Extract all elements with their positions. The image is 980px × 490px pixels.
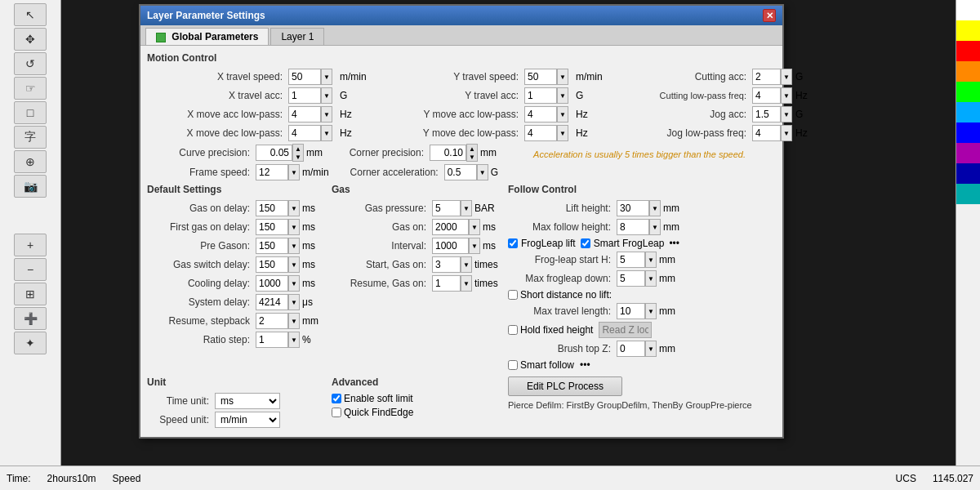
lift-height-input[interactable] xyxy=(617,200,649,216)
cutting-acc-dropdown[interactable]: ▼ xyxy=(752,69,793,85)
color-orange[interactable] xyxy=(956,61,980,82)
cutting-acc-arrow[interactable]: ▼ xyxy=(781,69,792,85)
gas-on-delay-input[interactable] xyxy=(256,200,288,216)
gas-on-delay-arrow[interactable]: ▼ xyxy=(288,200,300,216)
resume-stepback-input[interactable] xyxy=(256,313,288,329)
pre-gason-arrow[interactable]: ▼ xyxy=(288,238,300,254)
smart-frogleap-wrap[interactable]: Smart FrogLeap xyxy=(581,238,665,249)
quick-findedge-checkbox[interactable] xyxy=(332,408,341,417)
cutting-low-pass-arrow[interactable]: ▼ xyxy=(781,87,792,104)
toolbar-btn-fit[interactable]: ⊞ xyxy=(14,283,47,305)
toolbar-btn-rect[interactable]: □ xyxy=(14,101,47,124)
y-travel-acc-arrow[interactable]: ▼ xyxy=(557,87,568,104)
y-travel-speed-input[interactable] xyxy=(524,69,557,85)
toolbar-btn-pointer[interactable]: ✦ xyxy=(14,332,47,354)
x-travel-acc-dropdown[interactable]: ▼ xyxy=(288,87,337,104)
cooling-delay-arrow[interactable]: ▼ xyxy=(288,275,300,292)
max-frogleap-down-input[interactable] xyxy=(617,270,645,287)
frog-leap-start-h-input[interactable] xyxy=(617,252,645,268)
start-gas-on-dropdown[interactable]: ▼ xyxy=(432,256,472,273)
ratio-step-arrow[interactable]: ▼ xyxy=(288,332,300,348)
gas-pressure-input[interactable] xyxy=(432,200,461,216)
resume-stepback-dropdown[interactable]: ▼ xyxy=(256,313,300,329)
x-move-dec-low-pass-arrow[interactable]: ▼ xyxy=(321,125,332,141)
color-green[interactable] xyxy=(956,82,980,102)
frogleap-lift-checkbox[interactable] xyxy=(508,238,518,248)
curve-precision-down[interactable]: ▼ xyxy=(293,153,303,161)
gas-on-delay-dropdown[interactable]: ▼ xyxy=(256,200,300,216)
max-follow-height-input[interactable] xyxy=(617,219,649,235)
y-travel-speed-dropdown[interactable]: ▼ xyxy=(524,69,573,85)
y-move-acc-low-pass-dropdown[interactable]: ▼ xyxy=(524,106,573,122)
x-move-dec-low-pass-dropdown[interactable]: ▼ xyxy=(288,125,337,141)
y-move-dec-low-pass-arrow[interactable]: ▼ xyxy=(557,125,568,141)
max-follow-height-arrow[interactable]: ▼ xyxy=(649,219,661,235)
frame-speed-dropdown[interactable]: ▼ xyxy=(256,164,300,180)
color-red[interactable] xyxy=(956,41,980,61)
edit-plc-button[interactable]: Edit PLC Process xyxy=(508,376,622,396)
jog-acc-dropdown[interactable]: ▼ xyxy=(752,106,793,122)
x-travel-acc-arrow[interactable]: ▼ xyxy=(321,87,332,104)
color-navy[interactable] xyxy=(956,163,980,184)
frame-speed-input[interactable] xyxy=(256,164,288,180)
start-gas-on-arrow[interactable]: ▼ xyxy=(461,256,472,273)
close-button[interactable]: ✕ xyxy=(763,9,776,22)
toolbar-btn-zoom-out[interactable]: − xyxy=(14,258,47,281)
interval-input[interactable] xyxy=(432,238,469,254)
corner-precision-input[interactable] xyxy=(430,145,466,161)
max-frogleap-down-dropdown[interactable]: ▼ xyxy=(617,270,657,287)
short-distance-no-lift-checkbox[interactable] xyxy=(508,290,518,300)
curve-precision-spinner[interactable]: ▲ ▼ xyxy=(256,144,304,162)
system-delay-input[interactable] xyxy=(256,294,288,310)
gas-switch-delay-dropdown[interactable]: ▼ xyxy=(256,256,300,273)
jog-low-pass-freq-arrow[interactable]: ▼ xyxy=(781,125,792,141)
toolbar-btn-text[interactable]: 字 xyxy=(14,126,47,149)
resume-gas-on-dropdown[interactable]: ▼ xyxy=(432,275,472,292)
max-travel-length-arrow[interactable]: ▼ xyxy=(645,303,657,319)
corner-acceleration-input[interactable] xyxy=(444,164,477,180)
y-move-dec-low-pass-dropdown[interactable]: ▼ xyxy=(524,125,573,141)
frog-leap-start-h-arrow[interactable]: ▼ xyxy=(645,252,657,268)
x-move-acc-low-pass-dropdown[interactable]: ▼ xyxy=(288,106,337,122)
color-white[interactable] xyxy=(956,0,980,20)
y-travel-acc-dropdown[interactable]: ▼ xyxy=(524,87,573,104)
interval-dropdown[interactable]: ▼ xyxy=(432,238,480,254)
color-darkblue[interactable] xyxy=(956,122,980,143)
toolbar-btn-rotate[interactable]: ↺ xyxy=(14,52,47,75)
max-frogleap-down-arrow[interactable]: ▼ xyxy=(645,270,657,287)
brush-top-z-dropdown[interactable]: ▼ xyxy=(617,341,657,357)
x-travel-speed-dropdown[interactable]: ▼ xyxy=(288,69,337,85)
system-delay-dropdown[interactable]: ▼ xyxy=(256,294,300,310)
curve-precision-up[interactable]: ▲ xyxy=(293,145,303,153)
frogleap-lift-wrap[interactable]: FrogLeap lift xyxy=(508,238,576,249)
max-travel-length-input[interactable] xyxy=(617,303,645,319)
gas-on-input[interactable] xyxy=(432,219,469,235)
x-travel-speed-arrow[interactable]: ▼ xyxy=(321,69,332,85)
cutting-low-pass-dropdown[interactable]: ▼ xyxy=(752,87,793,104)
gas-switch-delay-arrow[interactable]: ▼ xyxy=(288,256,300,273)
cooling-delay-input[interactable] xyxy=(256,275,288,292)
toolbar-btn-camera[interactable]: 📷 xyxy=(14,175,47,198)
ratio-step-dropdown[interactable]: ▼ xyxy=(256,332,300,348)
curve-precision-input[interactable] xyxy=(256,145,292,161)
corner-precision-up[interactable]: ▲ xyxy=(467,145,477,153)
first-gas-on-delay-input[interactable] xyxy=(256,219,288,235)
jog-acc-arrow[interactable]: ▼ xyxy=(781,106,792,122)
color-purple[interactable] xyxy=(956,143,980,163)
hold-fixed-height-checkbox[interactable] xyxy=(508,325,518,335)
toolbar-btn-move[interactable]: ✥ xyxy=(14,28,47,51)
x-travel-speed-input[interactable] xyxy=(288,69,321,85)
y-move-dec-low-pass-input[interactable] xyxy=(524,125,557,141)
resume-gas-on-input[interactable] xyxy=(432,275,461,292)
tab-global-parameters[interactable]: Global Parameters xyxy=(145,28,269,45)
system-delay-arrow[interactable]: ▼ xyxy=(288,294,300,310)
corner-acceleration-arrow[interactable]: ▼ xyxy=(477,164,488,180)
x-move-acc-low-pass-input[interactable] xyxy=(288,106,321,122)
cooling-delay-dropdown[interactable]: ▼ xyxy=(256,275,300,292)
frog-leap-start-h-dropdown[interactable]: ▼ xyxy=(617,252,657,268)
frame-speed-arrow[interactable]: ▼ xyxy=(288,164,300,180)
resume-gas-on-arrow[interactable]: ▼ xyxy=(461,275,472,292)
y-move-acc-low-pass-arrow[interactable]: ▼ xyxy=(557,106,568,122)
gas-on-arrow[interactable]: ▼ xyxy=(469,219,480,235)
more-options-icon[interactable]: ••• xyxy=(669,238,679,249)
